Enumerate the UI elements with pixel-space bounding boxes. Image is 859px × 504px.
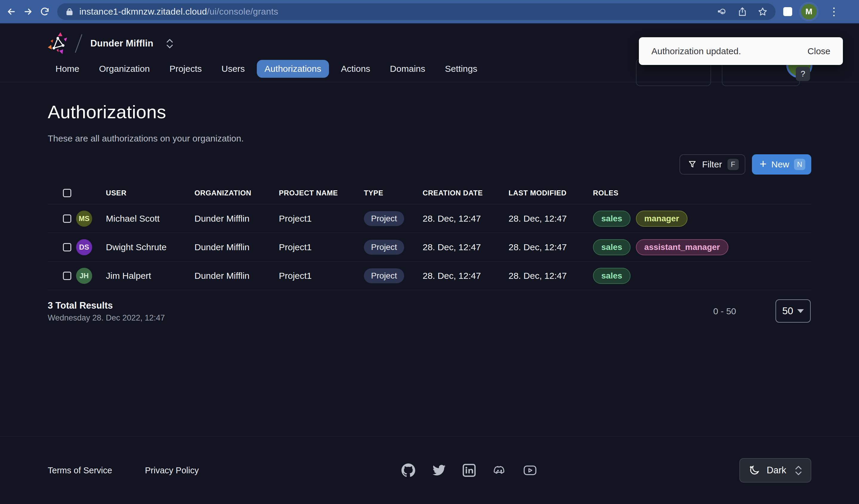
new-label: New — [771, 159, 789, 170]
table-row[interactable]: JH Jim Halpert Dunder Mifflin Project1 P… — [48, 262, 811, 290]
browser-toolbar: instance1-dkmnzw.zitadel.cloud/ui/consol… — [0, 0, 859, 24]
column-creation-date: CREATION DATE — [423, 189, 509, 197]
cell-creation-date: 28. Dec, 12:47 — [423, 271, 509, 281]
filter-funnel-icon — [688, 160, 697, 169]
address-bar-actions — [717, 6, 768, 17]
table-row[interactable]: DS Dwight Schrute Dunder Mifflin Project… — [48, 233, 811, 262]
cell-organization: Dunder Mifflin — [194, 214, 279, 224]
role-badge: manager — [636, 210, 688, 227]
table-toolbar: Filter F + New N — [679, 154, 811, 175]
theme-label: Dark — [767, 465, 786, 476]
browser-right-controls: M ⋮ — [783, 4, 842, 19]
tab-projects[interactable]: Projects — [162, 60, 209, 78]
toast-message: Authorization updated. — [651, 46, 741, 56]
cell-roles: sales — [593, 268, 811, 284]
tab-domains[interactable]: Domains — [382, 60, 433, 78]
total-results: 3 Total Results — [48, 300, 165, 311]
results-summary: 3 Total Results Wednesday 28. Dec 2022, … — [48, 300, 165, 322]
table-row[interactable]: MS Michael Scott Dunder Mifflin Project1… — [48, 204, 811, 233]
role-badge: sales — [593, 210, 631, 227]
linkedin-icon[interactable] — [462, 463, 476, 477]
cell-user: Michael Scott — [106, 214, 194, 224]
column-user: USER — [106, 189, 194, 197]
tab-authorizations[interactable]: Authorizations — [257, 60, 329, 78]
moon-icon — [748, 464, 760, 476]
cell-project: Project1 — [279, 271, 364, 281]
org-switcher-label[interactable]: Dunder Mifflin — [90, 38, 153, 49]
tab-actions[interactable]: Actions — [333, 60, 378, 78]
table-header-row: USER ORGANIZATION PROJECT NAME TYPE CREA… — [48, 182, 811, 204]
page-size-select[interactable]: 50 — [775, 299, 811, 322]
column-last-modified: LAST MODIFIED — [509, 189, 593, 197]
arrow-right-icon — [23, 6, 33, 17]
filter-label: Filter — [702, 159, 722, 170]
browser-menu-icon[interactable]: ⋮ — [826, 6, 842, 17]
cell-organization: Dunder Mifflin — [194, 242, 279, 252]
side-panel-icon[interactable] — [783, 7, 792, 16]
select-all-checkbox[interactable] — [63, 189, 71, 197]
filter-shortcut-badge: F — [727, 159, 739, 170]
share-icon[interactable] — [737, 6, 748, 17]
browser-forward-button[interactable] — [20, 3, 36, 20]
row-checkbox[interactable] — [63, 243, 71, 251]
tab-home[interactable]: Home — [48, 60, 87, 78]
url-text: instance1-dkmnzw.zitadel.cloud/ui/consol… — [79, 6, 717, 17]
row-checkbox[interactable] — [63, 272, 71, 280]
browser-reload-button[interactable] — [36, 3, 53, 20]
tab-organization[interactable]: Organization — [91, 60, 157, 78]
brand-divider — [75, 34, 82, 53]
privacy-policy-link[interactable]: Privacy Policy — [145, 466, 199, 475]
page-range: 0 - 50 — [713, 306, 736, 316]
tab-users[interactable]: Users — [214, 60, 253, 78]
main-nav: Home Organization Projects Users Authori… — [48, 60, 485, 78]
theme-selector[interactable]: Dark — [739, 458, 811, 483]
cell-user: Dwight Schrute — [106, 242, 194, 252]
type-badge: Project — [364, 268, 404, 283]
cell-organization: Dunder Mifflin — [194, 271, 279, 281]
cell-last-modified: 28. Dec, 12:47 — [509, 242, 593, 252]
avatar: DS — [76, 239, 92, 255]
social-icons — [402, 463, 537, 477]
toast-notification: Authorization updated. Close — [639, 37, 843, 65]
youtube-icon[interactable] — [523, 463, 537, 477]
role-badge: sales — [593, 268, 631, 284]
page-title: Authorizations — [48, 101, 166, 123]
row-checkbox[interactable] — [63, 215, 71, 223]
cell-roles: sales manager — [593, 210, 811, 227]
new-button[interactable]: + New N — [752, 154, 811, 175]
zitadel-console-screen: instance1-dkmnzw.zitadel.cloud/ui/consol… — [0, 0, 859, 504]
cell-roles: sales assistant_manager — [593, 239, 811, 255]
discord-icon[interactable] — [493, 463, 507, 477]
page-size-value: 50 — [782, 305, 794, 317]
password-key-icon[interactable] — [717, 6, 727, 17]
twitter-icon[interactable] — [432, 463, 446, 477]
help-button[interactable]: ? — [796, 67, 810, 81]
zitadel-logo-icon[interactable] — [48, 32, 69, 56]
theme-unfold-icon — [795, 466, 802, 475]
new-shortcut-badge: N — [794, 159, 805, 170]
address-bar[interactable]: instance1-dkmnzw.zitadel.cloud/ui/consol… — [57, 3, 775, 20]
type-badge: Project — [364, 211, 404, 226]
browser-back-button[interactable] — [3, 3, 20, 20]
tab-settings[interactable]: Settings — [437, 60, 485, 78]
filter-button[interactable]: Filter F — [679, 154, 745, 175]
arrow-left-icon — [6, 6, 16, 17]
role-badge: assistant_manager — [636, 239, 728, 255]
bookmark-star-icon[interactable] — [757, 6, 768, 17]
reload-icon — [40, 6, 50, 17]
type-badge: Project — [364, 240, 404, 255]
footer: Terms of Service Privacy Policy Dark — [0, 436, 859, 504]
toast-close-button[interactable]: Close — [808, 46, 830, 56]
terms-of-service-link[interactable]: Terms of Service — [48, 466, 112, 475]
github-icon[interactable] — [402, 463, 415, 477]
column-type: TYPE — [364, 189, 423, 197]
cell-project: Project1 — [279, 242, 364, 252]
results-timestamp: Wednesday 28. Dec 2022, 12:47 — [48, 313, 165, 322]
cell-creation-date: 28. Dec, 12:47 — [423, 242, 509, 252]
footer-links: Terms of Service Privacy Policy — [48, 466, 199, 475]
cell-last-modified: 28. Dec, 12:47 — [509, 214, 593, 224]
avatar: MS — [76, 210, 92, 227]
browser-profile-avatar[interactable]: M — [801, 4, 817, 19]
org-switcher-unfold-icon[interactable] — [166, 39, 174, 49]
cell-user: Jim Halpert — [106, 271, 194, 281]
